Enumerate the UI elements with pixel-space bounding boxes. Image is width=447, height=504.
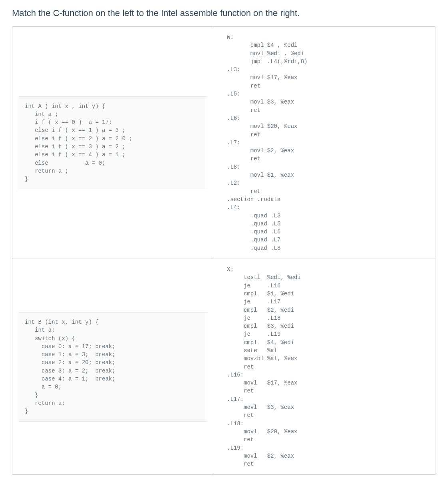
c-code[interactable]: int B (int x, int y) { int a; switch (x)… bbox=[25, 318, 201, 416]
table-row: int A ( int x , int y) { int a ; i f ( x… bbox=[12, 27, 435, 259]
asm-code-cell: W: cmpl $4 , %edi movl %edi , %edi jmp .… bbox=[214, 27, 435, 259]
table-row: int B (int x, int y) { int a; switch (x)… bbox=[12, 259, 435, 474]
code-block-c: int A ( int x , int y) { int a ; i f ( x… bbox=[19, 96, 207, 189]
match-table: int A ( int x , int y) { int a ; i f ( x… bbox=[12, 26, 435, 475]
c-code[interactable]: int A ( int x , int y) { int a ; i f ( x… bbox=[25, 102, 201, 183]
code-block-c: int B (int x, int y) { int a; switch (x)… bbox=[19, 312, 207, 422]
question-heading: Match the C-function on the left to the … bbox=[12, 8, 435, 18]
c-code-cell: int A ( int x , int y) { int a ; i f ( x… bbox=[12, 27, 214, 259]
asm-code[interactable]: X: testl %edi, %edi je .L16 cmpl $1, %ed… bbox=[221, 265, 429, 468]
c-code-cell: int B (int x, int y) { int a; switch (x)… bbox=[12, 259, 214, 474]
asm-code-cell: X: testl %edi, %edi je .L16 cmpl $1, %ed… bbox=[214, 259, 435, 474]
asm-code[interactable]: W: cmpl $4 , %edi movl %edi , %edi jmp .… bbox=[221, 33, 429, 252]
